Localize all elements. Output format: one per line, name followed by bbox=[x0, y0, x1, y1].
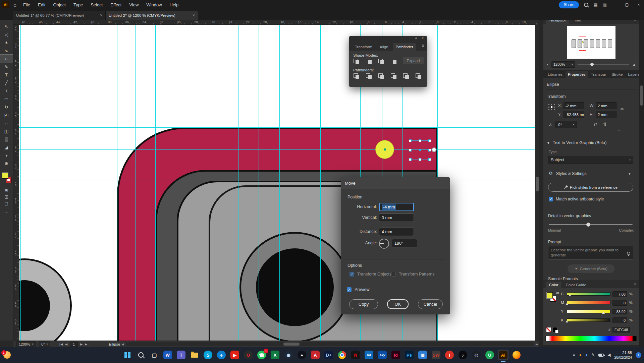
styles-settings-label[interactable]: Styles & Settings bbox=[556, 171, 587, 176]
vertical-input[interactable]: 0 mm bbox=[379, 214, 414, 222]
previous-artboard-button[interactable]: ◀ bbox=[65, 343, 67, 346]
menu-object[interactable]: Object bbox=[53, 2, 66, 7]
app-logo-icon[interactable]: Ai bbox=[2, 1, 9, 8]
scroll-right-icon[interactable]: ▶ bbox=[536, 343, 538, 346]
last-artboard-button[interactable]: ▶∣ bbox=[85, 343, 89, 346]
taskbar-app-sky[interactable]: sky bbox=[377, 350, 388, 360]
vertical-scrollbar[interactable] bbox=[535, 24, 539, 341]
x-input[interactable]: -2 mm bbox=[564, 102, 584, 109]
taskbar-corner-widget[interactable]: 1 bbox=[3, 351, 11, 359]
vertical-scrollbar-thumb[interactable] bbox=[536, 177, 539, 191]
taskbar-app-tiktok[interactable]: ♪ bbox=[458, 350, 468, 360]
ok-button[interactable]: OK bbox=[387, 299, 409, 309]
draw-mode-icon-1[interactable]: ▣ bbox=[0, 187, 13, 193]
share-button[interactable]: Share bbox=[559, 1, 579, 8]
close-button[interactable]: × bbox=[635, 2, 642, 7]
home-icon[interactable]: ⌂ bbox=[13, 2, 16, 8]
pen-tool[interactable]: ✎ bbox=[0, 63, 13, 71]
first-artboard-button[interactable]: ∣◀ bbox=[59, 343, 63, 346]
horizontal-scrollbar-thumb[interactable] bbox=[283, 343, 300, 346]
tab-libraries[interactable]: Libraries bbox=[545, 71, 565, 78]
shape-builder-tool[interactable]: ◫ bbox=[0, 127, 13, 135]
taskbar-app-github[interactable]: ● bbox=[297, 350, 307, 360]
flip-horizontal-icon[interactable]: ⇄ bbox=[594, 122, 597, 127]
taskbar-app-edge[interactable]: e bbox=[216, 350, 227, 360]
ellipse-outline-preview[interactable] bbox=[432, 147, 436, 152]
minus-back-icon[interactable] bbox=[415, 73, 423, 79]
selection-handle[interactable] bbox=[428, 149, 431, 152]
zoom-tool[interactable]: ⊕ bbox=[0, 159, 13, 167]
merge-icon[interactable] bbox=[377, 73, 385, 79]
workspace-icon[interactable]: ▦ bbox=[593, 2, 597, 7]
selection-handle[interactable] bbox=[419, 158, 421, 161]
angle-input[interactable]: 180° bbox=[392, 239, 417, 247]
draw-mode-icon-2[interactable]: ◫ bbox=[0, 193, 13, 200]
taskbar-app-whatsapp[interactable]: ☎1 bbox=[256, 350, 267, 360]
link-dimensions-icon[interactable]: ∞ bbox=[621, 106, 624, 111]
navigator-view-rect[interactable] bbox=[579, 37, 586, 51]
zoom-in-icon[interactable]: ▲ bbox=[632, 62, 636, 67]
dock-scrollbar-thumb[interactable] bbox=[640, 85, 643, 106]
flip-vertical-icon[interactable]: ⇅ bbox=[603, 122, 607, 127]
scroll-left-icon[interactable]: ◀ bbox=[121, 343, 124, 346]
tab-properties[interactable]: Properties bbox=[566, 71, 588, 78]
taskbar-app-photoshop[interactable]: Ps bbox=[404, 350, 415, 360]
type-tool[interactable]: T bbox=[0, 71, 13, 79]
pathfinder-panel-titlebar[interactable]: « × bbox=[349, 36, 427, 41]
line-tool[interactable]: ╱ bbox=[0, 79, 13, 87]
taskbar-app-skype[interactable]: S bbox=[203, 350, 213, 360]
navigator-preview[interactable] bbox=[567, 26, 615, 59]
height-input[interactable]: 2 mm bbox=[596, 111, 616, 118]
ruler-origin-corner[interactable] bbox=[13, 20, 19, 25]
tab-color-guide[interactable]: Color Guide bbox=[562, 282, 589, 288]
battery-icon[interactable] bbox=[598, 354, 604, 357]
minus-front-icon[interactable] bbox=[365, 58, 373, 65]
toolbar-more-icon[interactable]: ⋯ bbox=[0, 209, 13, 215]
navigator-zoom-slider[interactable] bbox=[578, 64, 629, 65]
tab-close-icon[interactable]: × bbox=[193, 13, 195, 18]
dialog-titlebar[interactable]: Move bbox=[341, 177, 450, 189]
width-tool[interactable]: ↔ bbox=[0, 119, 13, 127]
taskbar-app-youtube[interactable]: ▶ bbox=[229, 350, 240, 360]
distance-input[interactable]: 4 mm bbox=[379, 228, 414, 236]
fill-color-swatch[interactable] bbox=[547, 292, 553, 298]
lightbulb-icon[interactable] bbox=[627, 252, 631, 256]
gradient-tool[interactable]: ▒ bbox=[0, 135, 13, 143]
selection-handle[interactable] bbox=[409, 158, 412, 161]
taskbar-app-app-dark[interactable]: ◎ bbox=[471, 350, 482, 360]
horizontal-ruler[interactable]: 4846444240383634323028262422201816141210… bbox=[13, 20, 539, 25]
direct-selection-tool[interactable]: ◁ bbox=[0, 31, 13, 39]
taskbar-app-chrome[interactable] bbox=[337, 350, 347, 360]
menu-window[interactable]: Window bbox=[146, 2, 162, 7]
scale-tool[interactable]: ◰ bbox=[0, 111, 13, 119]
taskbar-app-steam[interactable]: ◉ bbox=[283, 350, 294, 360]
reference-point-locator[interactable] bbox=[547, 103, 555, 111]
m-slider[interactable] bbox=[567, 301, 610, 304]
taskbar-app-search[interactable] bbox=[136, 350, 146, 360]
ellipse-center-anchor[interactable] bbox=[384, 148, 386, 150]
ttv-collapse-icon[interactable]: ▾ bbox=[547, 140, 549, 145]
transform-patterns-checkbox[interactable]: Transform Patterns bbox=[391, 272, 435, 277]
taskbar-app-netflix[interactable]: N bbox=[350, 350, 361, 360]
tab-stroke[interactable]: Stroke bbox=[609, 71, 625, 78]
pick-styles-button[interactable]: Pick styles from a reference bbox=[548, 183, 633, 192]
tray-blue-icon[interactable]: ● bbox=[585, 353, 588, 357]
taskbar-app-app-green[interactable]: U bbox=[484, 350, 495, 360]
selection-handle[interactable] bbox=[409, 149, 412, 152]
zoom-level-select[interactable]: 1200%▾ bbox=[16, 341, 36, 347]
transform-objects-checkbox[interactable]: ✓ Transform Objects bbox=[350, 272, 391, 277]
taskbar-app-pinterest[interactable]: i bbox=[444, 350, 455, 360]
taskbar-app-illustrator[interactable]: Ai bbox=[498, 350, 508, 360]
color-spectrum-bar[interactable] bbox=[545, 336, 637, 341]
tab-transform[interactable]: Transform bbox=[352, 43, 375, 51]
match-artboard-checkbox[interactable]: ✓ Match active artboard style bbox=[549, 197, 604, 201]
selection-handle[interactable] bbox=[419, 139, 421, 142]
taskbar-app-excel[interactable]: X bbox=[270, 350, 280, 360]
draw-mode-icon-3[interactable]: ▢ bbox=[0, 200, 13, 207]
fill-stroke-swatches[interactable] bbox=[2, 173, 11, 183]
cancel-button[interactable]: Cancel bbox=[418, 299, 443, 309]
taskbar-app-remote-desktop[interactable]: ▥ bbox=[417, 350, 428, 360]
ellipse-tool[interactable]: ○ bbox=[0, 55, 13, 63]
blend-tool[interactable]: ◑ bbox=[0, 151, 13, 159]
fill-color-swatch[interactable] bbox=[2, 173, 8, 179]
